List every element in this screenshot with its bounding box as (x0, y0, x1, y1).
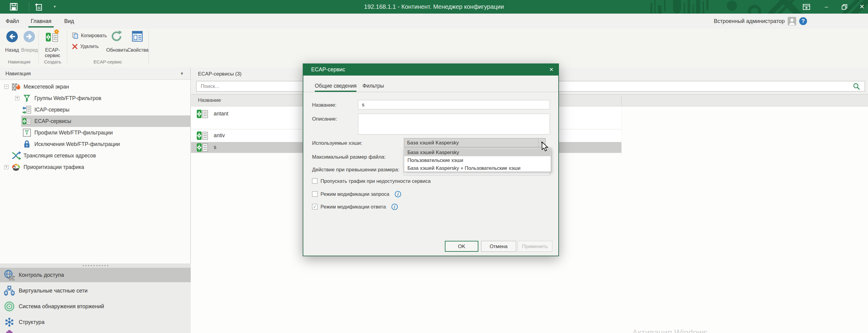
title-bar: 192.168.1.1 - Континент. Менеджер конфиг… (0, 0, 868, 13)
administration-icon (4, 329, 15, 333)
ribbon: Назад Вперед ECAP-сервис Копировать Удал… (0, 29, 868, 68)
info-icon[interactable]: i (392, 204, 398, 210)
ribbon-options-button[interactable] (800, 0, 812, 13)
tab-view[interactable]: Вид (62, 13, 76, 28)
apply-button[interactable]: Применить (518, 241, 552, 252)
refresh-button[interactable]: Обновить (106, 30, 127, 56)
description-input[interactable] (358, 114, 550, 135)
checkbox-row-pass-traffic[interactable]: Пропускать трафик при недоступности серв… (312, 178, 431, 184)
checkbox-row-response-modification[interactable]: ✓ Режим модификации ответа i (312, 204, 398, 210)
current-user-label: Встроенный администратор (714, 13, 785, 29)
filter-profile-icon (22, 128, 31, 137)
group-label-create: Создать (38, 59, 67, 64)
new-config-icon[interactable] (34, 3, 42, 11)
dialog-close-icon[interactable]: ✕ (549, 66, 554, 73)
filter-group-icon (22, 94, 31, 103)
navigation-sidebar: Навигация ▼ − Межсетевой экран + Группы … (0, 68, 191, 333)
window-title: 192.168.1.1 - Континент. Менеджер конфиг… (0, 0, 868, 13)
nav-item-access-control[interactable]: Контроль доступа (0, 268, 191, 282)
expand-icon[interactable]: + (4, 165, 8, 169)
nav-item-partial-icon[interactable] (4, 329, 15, 333)
intrusion-detection-icon (4, 301, 15, 312)
dropdown-option-kaspersky[interactable]: База хэшей Kaspersky (404, 148, 551, 156)
ecap-service-icon (45, 29, 59, 43)
column-divider[interactable] (621, 96, 622, 106)
lock-icon (22, 140, 31, 149)
minimize-button[interactable]: – (820, 0, 832, 13)
ecap-service-icon (196, 131, 209, 140)
delete-button[interactable]: Удалить (72, 42, 99, 51)
forward-button[interactable]: Вперед (21, 30, 37, 56)
tree-item-webftp-filter-profiles[interactable]: Профили Web/FTP-фильтрации (0, 127, 191, 138)
copy-icon (72, 32, 79, 39)
qat-dropdown-icon[interactable]: ▾ (54, 4, 56, 9)
cancel-button[interactable]: Отмена (481, 241, 516, 252)
icap-server-icon (22, 105, 31, 114)
tree-item-nat[interactable]: Трансляция сетевых адресов (0, 150, 191, 161)
dialog-title-bar[interactable]: ECAP-сервис ✕ (303, 63, 559, 76)
save-icon[interactable] (10, 3, 18, 11)
collapse-panel-icon[interactable]: ▼ (180, 71, 184, 76)
tree-item-icap-servers[interactable]: ICAP-серверы (0, 104, 191, 115)
ecap-service-dialog: ECAP-сервис ✕ Общие сведения Фильтры Наз… (303, 63, 559, 256)
sidebar-header: Навигация ▼ (0, 68, 190, 80)
tab-general[interactable]: Общие сведения (315, 79, 356, 92)
tree-item-ecap-services[interactable]: ECAP-сервисы (21, 115, 191, 127)
tab-file[interactable]: Файл (4, 13, 21, 28)
nav-item-structure[interactable]: Структура (0, 315, 191, 329)
hashes-dropdown-list: База хэшей Kaspersky Пользовательские хэ… (404, 148, 551, 172)
gauge-icon (11, 163, 21, 172)
ecap-service-icon (196, 143, 209, 152)
ok-button[interactable]: OK (445, 241, 478, 252)
ecap-service-icon (22, 117, 31, 126)
hashes-label: Используемые хэши: (312, 140, 362, 146)
tab-divider (303, 92, 558, 92)
info-icon[interactable]: i (395, 191, 401, 197)
structure-icon (4, 317, 15, 328)
tree-item-webftp-filter-exclusions[interactable]: Исключения Web/FTP-фильтрации (0, 138, 191, 150)
tree-item-webftp-filter-groups[interactable]: + Группы Web/FTP-фильтров (0, 92, 191, 104)
hashes-combobox[interactable]: База хэшей Kaspersky ▼ (404, 138, 546, 147)
checkbox-checked[interactable]: ✓ (312, 204, 317, 210)
nav-item-intrusion-detection[interactable]: Система обнаружения вторжений (0, 299, 191, 314)
nav-item-vpn[interactable]: Виртуальные частные сети (0, 283, 191, 298)
nat-icon (11, 150, 21, 161)
menu-bar: Файл Главная Вид Встроенный администрато… (0, 13, 868, 29)
close-button[interactable]: ✕ (856, 0, 868, 13)
ribbon-separator (67, 30, 67, 64)
help-icon[interactable]: ? (799, 17, 807, 25)
delete-icon (72, 44, 78, 50)
dropdown-option-custom[interactable]: Пользовательские хэши (404, 156, 551, 164)
checkbox-unchecked[interactable] (312, 178, 317, 184)
search-icon[interactable] (852, 83, 861, 90)
expand-icon[interactable]: + (15, 96, 19, 100)
tab-home[interactable]: Главная (28, 13, 54, 28)
tab-filters[interactable]: Фильтры (363, 79, 384, 92)
ecap-service-icon (196, 109, 209, 119)
checkbox-unchecked[interactable] (312, 191, 317, 197)
dialog-title: ECAP-сервис (311, 66, 345, 73)
user-avatar[interactable] (788, 17, 796, 25)
windows-activation-watermark: Активация Windows (632, 328, 707, 333)
access-control-icon (4, 270, 15, 280)
back-icon (6, 30, 18, 43)
dropdown-option-kaspersky-plus-custom[interactable]: База хэшей Kaspersky + Пользовательские … (404, 164, 551, 172)
checkbox-row-request-modification[interactable]: Режим модификации запроса i (312, 191, 401, 197)
tree-item-firewall[interactable]: − Межсетевой экран (0, 81, 191, 92)
group-label-ecap-service: ECAP-сервис (67, 59, 149, 64)
firewall-icon (11, 82, 21, 91)
maximize-restore-button[interactable] (838, 0, 850, 13)
qat-divider (29, 2, 29, 11)
collapse-icon[interactable]: − (4, 85, 8, 89)
create-ecap-service-button[interactable]: ECAP-сервис (39, 29, 66, 56)
tree-item-traffic-prioritization[interactable]: + Приоритизации трафика (0, 161, 191, 173)
column-name[interactable]: Название (198, 94, 221, 106)
panel-splitter-handle[interactable] (0, 263, 191, 268)
back-button[interactable]: Назад (5, 30, 19, 56)
properties-button[interactable]: Свойства (127, 30, 147, 56)
max-file-size-label: Максимальный размер файла: (312, 154, 386, 160)
list-title: ECAP-сервисы (3) (198, 68, 242, 80)
copy-button[interactable]: Копировать (72, 31, 107, 40)
forward-icon (23, 30, 35, 43)
name-input[interactable]: s (358, 100, 550, 109)
